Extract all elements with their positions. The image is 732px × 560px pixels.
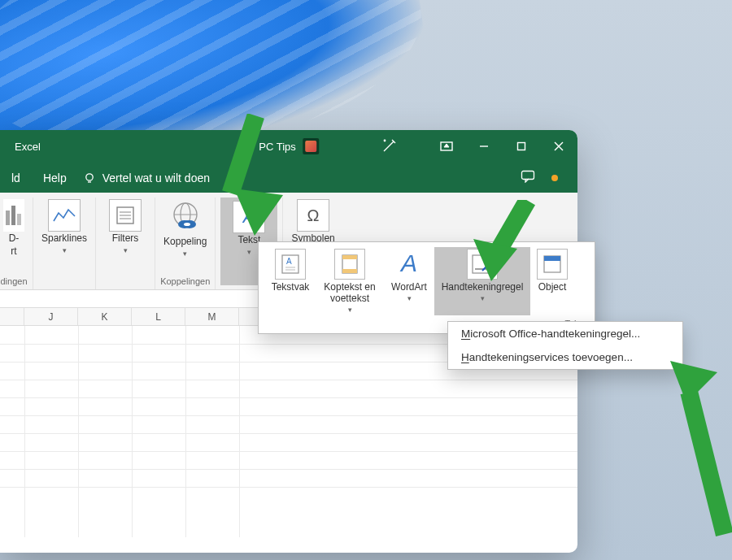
tell-me-label: Vertel wat u wilt doen <box>102 171 210 184</box>
titlebar: Excel PC Tips <box>0 130 577 163</box>
ribbon-group-label-truncated: dingen <box>0 276 27 289</box>
select-all-corner[interactable] <box>0 308 24 325</box>
wordart-icon: A <box>394 249 425 280</box>
user-avatar[interactable] <box>303 138 319 154</box>
chevron-down-icon: ▾ <box>183 250 187 258</box>
svg-rect-9 <box>6 211 10 225</box>
tell-me-search[interactable]: Vertel wat u wilt doen <box>83 171 210 184</box>
signature-line-icon <box>467 249 498 280</box>
omega-icon: Ω <box>297 199 329 232</box>
annotation-arrow <box>659 358 732 548</box>
koptekst-voettekst-button[interactable]: Koptekst en voettekst ▾ <box>316 247 384 315</box>
svg-text:A: A <box>286 257 292 266</box>
maximize-button[interactable] <box>503 130 540 163</box>
svg-rect-35 <box>544 256 560 261</box>
tab-help[interactable]: Help <box>32 163 78 193</box>
ribbon-group-label-koppelingen: Koppelingen <box>160 276 210 289</box>
app-title: Excel <box>15 141 41 153</box>
column-header[interactable]: J <box>24 308 78 325</box>
ribbon-button-truncated-3d[interactable]: D- rt <box>0 198 28 259</box>
menu-item-add-signature-services[interactable]: Handtekeningservices toevoegen... <box>448 345 682 369</box>
header-footer-icon <box>334 249 365 280</box>
ribbon-display-options-button[interactable] <box>428 130 465 163</box>
tab-beeld-truncated[interactable]: ld <box>0 163 32 193</box>
document-title: PC Tips <box>259 141 296 153</box>
text-icon: A <box>233 201 265 233</box>
svg-point-21 <box>184 223 190 226</box>
svg-rect-3 <box>518 143 525 150</box>
close-button[interactable] <box>540 130 577 163</box>
object-icon <box>537 249 568 280</box>
svg-text:A: A <box>399 250 417 276</box>
textbox-icon: A <box>275 249 306 280</box>
chevron-down-icon: ▾ <box>348 306 352 314</box>
column-header[interactable]: L <box>132 308 185 325</box>
svg-rect-29 <box>342 255 357 259</box>
status-dot <box>551 175 558 181</box>
chevron-down-icon: ▾ <box>481 294 485 302</box>
globe-link-icon <box>168 199 203 235</box>
signature-context-menu: Microsoft Office-handtekeningregel... Ha… <box>447 321 683 370</box>
menu-item-ms-office-signature[interactable]: Microsoft Office-handtekeningregel... <box>448 322 682 345</box>
slicer-icon <box>109 199 142 232</box>
svg-point-0 <box>384 140 386 142</box>
minimize-button[interactable] <box>465 130 503 163</box>
svg-rect-10 <box>11 206 15 225</box>
svg-text:A: A <box>242 206 255 227</box>
chevron-down-icon: ▾ <box>247 248 251 256</box>
column-header[interactable]: M <box>185 308 239 325</box>
filters-button[interactable]: Filters ▾ <box>101 198 150 256</box>
wordart-button[interactable]: A WordArt ▾ <box>384 247 434 315</box>
tekst-gallery-popup: A Tekstvak Koptekst en voettekst ▾ A Wor… <box>258 241 595 334</box>
chevron-down-icon: ▾ <box>63 246 67 254</box>
sparklines-icon <box>48 199 81 232</box>
svg-point-6 <box>86 173 93 180</box>
document-title-area: PC Tips <box>259 138 319 154</box>
system-buttons <box>428 130 577 163</box>
svg-rect-30 <box>342 269 357 273</box>
comments-icon[interactable] <box>521 170 535 185</box>
lightbulb-icon <box>83 171 96 184</box>
handtekeningregel-button[interactable]: Handtekeningregel ▾ <box>434 247 530 315</box>
tekstvak-button[interactable]: A Tekstvak <box>265 247 316 315</box>
sparklines-button[interactable]: Sparklines ▾ <box>38 198 90 256</box>
svg-rect-8 <box>522 171 534 180</box>
koppeling-button[interactable]: Koppeling ▾ <box>160 198 210 259</box>
column-header[interactable]: K <box>78 308 132 325</box>
chevron-down-icon: ▾ <box>124 246 128 254</box>
pen-icon[interactable] <box>382 138 397 155</box>
object-button[interactable]: Object <box>530 247 574 315</box>
ribbon-tabstrip: ld Help Vertel wat u wilt doen <box>0 163 577 193</box>
svg-text:Ω: Ω <box>307 206 320 224</box>
svg-rect-11 <box>17 214 21 225</box>
svg-rect-40 <box>681 390 732 536</box>
chevron-down-icon: ▾ <box>407 294 412 302</box>
